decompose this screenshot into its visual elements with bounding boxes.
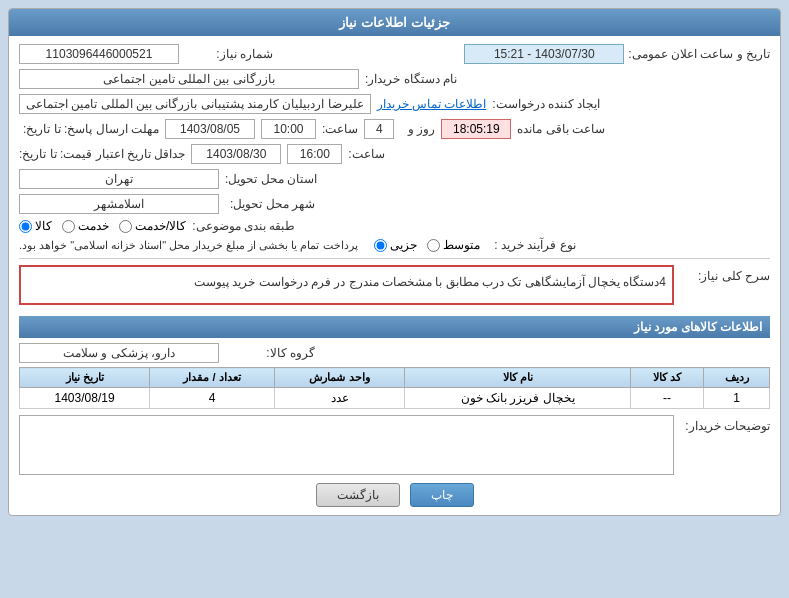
shahr-value: اسلامشهر [19,194,219,214]
col-tarikh: تاریخ نیاز [20,368,150,388]
chap-button[interactable]: چاپ [410,483,474,507]
jadaval-date: 1403/08/30 [191,144,281,164]
noe-jozi-label: جزیی [390,238,417,252]
tarikh-ersal-saat-value: 10:00 [261,119,316,139]
page-title: جزئیات اطلاعات نیاز [339,15,449,30]
tarikh-elan-label: تاریخ و ساعت اعلان عمومی: [628,47,770,61]
sarh-koli-value: 4دستگاه یخچال آزمایشگاهی تک درب مطابق با… [19,265,674,305]
group-label: گروه کالا: [225,346,315,360]
noe-farayand-radio-group: متوسط جزیی [374,238,480,252]
col-nam: نام کالا [405,368,631,388]
shahr-label: شهر محل تحویل: [225,197,315,211]
baqi-mande-value: 18:05:19 [441,119,511,139]
tarikh-ersal-date: 1403/08/05 [165,119,255,139]
tabaghe-kala-khadamat[interactable]: کالا/خدمت [119,219,186,233]
group-value: دارو، پزشکی و سلامت [19,343,219,363]
rooz-value: 4 [364,119,394,139]
tarikh-elan-value: 1403/07/30 - 15:21 [464,44,624,64]
kala-table: ردیف کد کالا نام کالا واحد شمارش تعداد /… [19,367,770,409]
sarh-koli-label: سرح کلی نیاز: [680,265,770,283]
tarikh-ersal-label: مهلت ارسال پاسخ: تا تاریخ: [19,122,159,136]
page-header: جزئیات اطلاعات نیاز [9,9,780,36]
shomare-niaz-label: شماره نیاز: [183,47,273,61]
nam-dastgah-label: نام دستگاه خریدار: [365,72,457,86]
nam-dastgah-value: بازرگانی بین المللی تامین اجتماعی [19,69,359,89]
tarikh-ersal-saat-label: ساعت: [322,122,358,136]
etelaat-header: اطلاعات کالاهای مورد نیاز [19,316,770,338]
bazgasht-button[interactable]: بازگشت [316,483,400,507]
noe-farayand-label: نوع فرآیند خرید : [486,238,576,252]
tabaghe-khadamat-label: خدمت [78,219,109,233]
tabaghe-radio-group: کالا/خدمت خدمت کالا [19,219,186,233]
tabaghe-kala-label: کالا [35,219,52,233]
rooz-label: روز و [400,122,435,136]
col-tedad: تعداد / مقدار [150,368,275,388]
footer-buttons: چاپ بازگشت [19,483,770,507]
jadaval-saat-label: ساعت: [348,147,384,161]
eijad-konande-value: علیرضا اردبیلیان کارمند پشتیبانی بازرگان… [19,94,371,114]
noe-motavaset[interactable]: متوسط [427,238,480,252]
ostan-label: استان محل تحویل: [225,172,317,186]
noe-farayand-note: پرداخت تمام یا بخشی از مبلغ خریدار محل "… [19,239,358,252]
etelaat-label: اطلاعات کالاهای مورد نیاز [634,320,762,334]
shomare-niaz-value: 1103096446000521 [19,44,179,64]
noe-jozi[interactable]: جزیی [374,238,417,252]
jadaval-label: جداقل تاریخ اعتبار قیمت: تا تاریخ: [19,147,185,161]
table-row: 1--یخچال فریزر بانک خونعدد41403/08/19 [20,388,770,409]
col-radif: ردیف [704,368,770,388]
eijad-konande-label: ایجاد کننده درخواست: [492,97,600,111]
baqi-mande-label: ساعت باقی مانده [517,122,617,136]
tabaghe-khadamat[interactable]: خدمت [62,219,109,233]
tabaghe-label: طبقه بندی موضوعی: [192,219,295,233]
towzih-textarea[interactable] [19,415,674,475]
tabaghe-kala[interactable]: کالا [19,219,52,233]
tabaghe-kala-khadamat-label: کالا/خدمت [135,219,186,233]
eijad-konande-link[interactable]: اطلاعات تماس خریدار [377,97,487,111]
towzih-label: توضیحات خریدار: [680,415,770,433]
ostan-value: تهران [19,169,219,189]
col-vahed: واحد شمارش [274,368,404,388]
jadaval-saat-value: 16:00 [287,144,342,164]
noe-motavaset-label: متوسط [443,238,480,252]
col-kod: کد کالا [631,368,704,388]
